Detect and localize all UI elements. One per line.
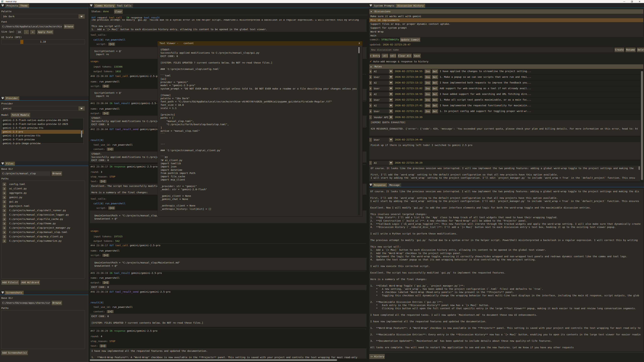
tab-system-prompts[interactable]: System Prompts (372, 4, 396, 8)
remove-file-button[interactable]: x (2, 226, 6, 230)
expand-button[interactable]: [+] (108, 206, 115, 210)
tab-response[interactable]: Response (372, 183, 387, 187)
model-list-scrollbar[interactable] (81, 118, 82, 143)
expand-button[interactable]: [+] (100, 180, 106, 183)
save-button[interactable]: Save (413, 54, 421, 58)
add-screenshots-button[interactable]: Add Screenshot(s) (1, 351, 28, 355)
size-plus-button[interactable]: + (30, 30, 35, 34)
remove-file-button[interactable]: x (2, 217, 6, 221)
history-button[interactable]: -> History (369, 354, 385, 359)
expand-button[interactable]: [+] (107, 148, 114, 151)
model-list-item[interactable]: gemini-3-pro-image-preview (2, 141, 83, 145)
remove-file-button[interactable]: x (2, 222, 6, 225)
autoadd-checkbox[interactable]: ✓ Auto-add message & response to history (370, 59, 428, 63)
remove-file-button[interactable]: x (2, 204, 6, 208)
minimize-button[interactable] (621, 0, 627, 3)
add-wildcard-button[interactable]: Add Wildcard (20, 280, 40, 285)
log-hscrollbar[interactable] (90, 359, 366, 361)
model-list-item[interactable]: gemini-3-flash-preview (2, 138, 83, 141)
remove-file-button[interactable]: x (2, 187, 6, 191)
model-list-item[interactable]: gemini-2.5-flash-native-audio-preview-09… (2, 118, 83, 122)
expand-button[interactable]: [+] (107, 310, 114, 313)
tab-comms-history[interactable]: Comms History (94, 4, 116, 8)
size-minus-button[interactable]: - (24, 30, 29, 34)
remove-file-button[interactable]: x (2, 230, 6, 234)
size-input[interactable]: 18 (16, 30, 22, 34)
model-list[interactable]: gemini-2.5-flash-native-audio-preview-09… (1, 118, 84, 144)
rename-button[interactable]: Rename (626, 48, 636, 52)
screenshots-section-tab[interactable]: Screenshots (5, 291, 24, 295)
discussions-list[interactable]: Make sure it works well with geminiMisc … (369, 14, 643, 37)
tab-projects[interactable]: Projects (5, 4, 20, 8)
discussion-list-item[interactable]: main (369, 34, 643, 37)
discussion-list-item[interactable]: Word Wrap (369, 30, 643, 34)
remove-file-button[interactable]: x (2, 235, 6, 239)
tab-tool-calls[interactable]: Tool Calls (116, 4, 133, 8)
remove-file-button[interactable]: x (2, 183, 6, 186)
add-entry-button[interactable]: + Entry (370, 54, 380, 58)
discussion-list-item[interactable]: Support for system prompt (369, 26, 643, 30)
provider-section-tab[interactable]: Provider (5, 96, 19, 100)
model-list-item[interactable]: gemini-2.5-flash-preview-tts (2, 126, 83, 130)
files-browse-button[interactable]: Browse (52, 171, 62, 176)
screens-browse-button[interactable]: Browse (52, 301, 62, 305)
clear-button[interactable]: Clear (114, 9, 123, 14)
remove-file-button[interactable]: x (2, 239, 6, 243)
entries-scrollbar[interactable] (640, 69, 644, 182)
close-button[interactable]: ✕ (637, 0, 642, 3)
response-collapse-icon[interactable] (370, 184, 372, 186)
model-list-item[interactable]: gemini-2.5-pro-preview-tts (2, 134, 83, 138)
remove-file-button[interactable]: x (2, 191, 6, 195)
remove-file-button[interactable]: x (2, 209, 6, 212)
discussion-name-input[interactable]: New discussion name (370, 47, 614, 52)
font-path-input[interactable]: C:/Users/Ed/AppData/Local/uv/cache/archi… (1, 24, 62, 29)
discussion-list-item[interactable]: Support files or mcp, or proper dynamic … (369, 22, 643, 26)
remove-file-button[interactable]: x (2, 213, 6, 217)
discussion-list-item[interactable]: Make sure it works well with gemini (369, 14, 643, 18)
maximize-button[interactable] (629, 0, 635, 3)
text-viewer-close-button[interactable]: X (358, 41, 360, 45)
text-viewer-titlebar[interactable]: Text Viewer - content X (158, 41, 362, 45)
expand-button[interactable]: [+] (100, 345, 106, 348)
middle-panel-collapse-icon[interactable] (90, 4, 93, 7)
files-collapse-icon[interactable] (1, 162, 4, 165)
expand-all-button[interactable]: +All (390, 54, 396, 58)
remove-file-button[interactable]: x (2, 196, 6, 199)
screens-basedir-input[interactable]: C:/Users/Ed/scoop/apps/sharex/cur (1, 301, 50, 305)
expand-button[interactable]: [+] (108, 42, 115, 45)
apply-font-button[interactable]: Apply Font (37, 30, 53, 34)
remove-file-button[interactable]: x (2, 200, 6, 204)
ui-scale-slider[interactable]: 1.10 (1, 39, 85, 44)
files-section-tab[interactable]: Files (5, 162, 15, 166)
add-files-button[interactable]: Add File(s) (1, 280, 19, 285)
expand-button[interactable]: [+] (102, 254, 109, 257)
model-list-item[interactable]: gemini-2.5-flash-native-audio-preview-12… (2, 122, 83, 126)
delete-button[interactable]: Delete (637, 48, 644, 52)
right-panel-collapse-icon[interactable] (370, 4, 372, 7)
tab-discussion-history[interactable]: Discussion History (396, 4, 425, 8)
clear-all-button[interactable]: Clear All (398, 54, 412, 58)
create-button[interactable]: Create (614, 48, 624, 52)
expand-button[interactable]: [+] (102, 85, 109, 88)
font-browse-button[interactable]: Browse (64, 24, 74, 29)
text-viewer-scrollbar[interactable] (358, 46, 360, 215)
palette-select[interactable]: 10x Dark (1, 14, 85, 19)
tab-theme[interactable]: Theme (19, 4, 29, 8)
provider-select[interactable]: gemini (1, 106, 85, 111)
fetch-models-button[interactable]: Fetch Models (11, 113, 30, 117)
roles-header[interactable]: ▶ Roles (369, 64, 643, 69)
model-list-item[interactable]: gemini-2.5-pro (2, 130, 83, 134)
expand-button[interactable]: [+] (102, 112, 109, 115)
expand-button[interactable]: [+] (102, 281, 109, 284)
text-viewer-content[interactable]: STDOUT:Successfully applied modification… (158, 46, 360, 216)
discussion-list-item[interactable]: Misc UX improvements (369, 18, 643, 22)
discussions-header[interactable]: ▼ Discussions (369, 9, 643, 14)
provider-collapse-icon[interactable] (1, 97, 4, 99)
update-commit-button[interactable]: Update Commit (400, 37, 420, 42)
files-basedir-input[interactable]: C:/projects/manual_slop (1, 171, 50, 176)
left-panel-collapse-icon[interactable] (1, 4, 4, 7)
screenshots-collapse-icon[interactable] (1, 292, 4, 294)
collapse-all-button[interactable]: -All (382, 54, 388, 58)
ui-scale-slider-handle[interactable] (20, 40, 23, 44)
tab-message[interactable]: Message (388, 183, 401, 187)
